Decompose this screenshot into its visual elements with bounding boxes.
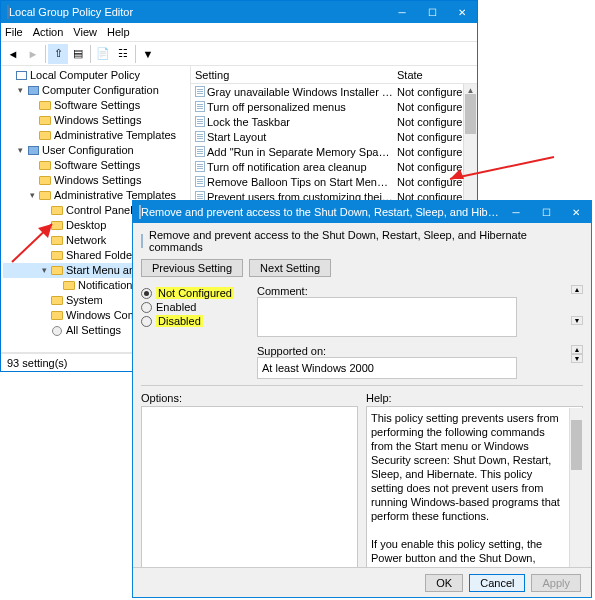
tree-item[interactable]: Windows Settings	[3, 173, 190, 188]
menu-file[interactable]: File	[5, 26, 23, 38]
list-row[interactable]: Add "Run in Separate Memory Space" check…	[191, 144, 477, 159]
radio-not-configured[interactable]: Not Configured	[141, 287, 251, 299]
up-button[interactable]: ⇧	[48, 44, 68, 64]
comp-icon	[26, 145, 40, 157]
tree-item-label: System	[66, 293, 103, 308]
dialog-minimize-button[interactable]: ─	[501, 201, 531, 223]
tree-item-label: Administrative Templates	[54, 128, 176, 143]
setting-name: Turn off notification area cleanup	[207, 161, 397, 173]
spin-down-icon[interactable]: ▼	[571, 316, 583, 325]
tree-item-label: Software Settings	[54, 158, 140, 173]
close-button[interactable]: ✕	[447, 1, 477, 23]
help-label: Help:	[366, 392, 583, 404]
ok-button[interactable]: OK	[425, 574, 463, 592]
options-box	[141, 406, 358, 584]
expand-icon[interactable]: ▾	[39, 263, 50, 278]
menubar: File Action View Help	[1, 23, 477, 42]
help-scrollbar[interactable]	[569, 408, 583, 584]
scroll-thumb[interactable]	[465, 94, 476, 134]
maximize-button[interactable]: ☐	[417, 1, 447, 23]
scroll-thumb[interactable]	[571, 420, 582, 470]
menu-action[interactable]: Action	[33, 26, 64, 38]
nav-forward-button[interactable]: ►	[23, 44, 43, 64]
policy-name: Remove and prevent access to the Shut Do…	[149, 229, 583, 253]
expand-icon[interactable]: ▾	[27, 188, 38, 203]
previous-setting-button[interactable]: Previous Setting	[141, 259, 243, 277]
tree-item[interactable]: Administrative Templates	[3, 128, 190, 143]
dialog-maximize-button[interactable]: ☐	[531, 201, 561, 223]
tree-item[interactable]: Local Computer Policy	[3, 68, 190, 83]
list-row[interactable]: Lock the TaskbarNot configured	[191, 114, 477, 129]
help-box[interactable]: This policy setting prevents users from …	[366, 406, 583, 584]
setting-icon	[193, 101, 207, 112]
list-row[interactable]: Turn off notification area cleanupNot co…	[191, 159, 477, 174]
setting-icon	[193, 161, 207, 172]
filter-button[interactable]: ▼	[138, 44, 158, 64]
list-row[interactable]: Remove Balloon Tips on Start Menu itemsN…	[191, 174, 477, 189]
menu-help[interactable]: Help	[107, 26, 130, 38]
apply-button[interactable]: Apply	[531, 574, 581, 592]
col-setting[interactable]: Setting	[191, 69, 397, 81]
setting-name: Gray unavailable Windows Installer progr…	[207, 86, 397, 98]
radio-dot-icon	[141, 288, 152, 299]
menu-view[interactable]: View	[73, 26, 97, 38]
toolbar: ◄ ► ⇧ ▤ 📄 ☷ ▼	[1, 42, 477, 66]
setting-name: Lock the Taskbar	[207, 116, 397, 128]
tree-item-label: Windows Settings	[54, 173, 141, 188]
comment-field[interactable]	[257, 297, 517, 337]
window-title: Local Group Policy Editor	[9, 6, 133, 18]
radio-label: Enabled	[156, 301, 196, 313]
status-text: 93 setting(s)	[7, 357, 68, 369]
tree-item-label: Computer Configuration	[42, 83, 159, 98]
tree-item-label: User Configuration	[42, 143, 134, 158]
nav-back-button[interactable]: ◄	[3, 44, 23, 64]
dialog-icon	[139, 206, 141, 218]
folder-icon	[62, 280, 76, 292]
cancel-button[interactable]: Cancel	[469, 574, 525, 592]
folder-icon	[50, 250, 64, 262]
folder-icon	[50, 265, 64, 277]
radio-disabled[interactable]: Disabled	[141, 315, 251, 327]
titlebar[interactable]: Local Group Policy Editor ─ ☐ ✕	[1, 1, 477, 23]
policy-icon	[141, 235, 143, 247]
setting-icon	[193, 86, 207, 97]
spin-up-icon[interactable]: ▲	[571, 345, 583, 354]
tree-item[interactable]: ▾User Configuration	[3, 143, 190, 158]
expand-icon[interactable]: ▾	[15, 83, 26, 98]
export-list-button[interactable]: 📄	[93, 44, 113, 64]
options-label: Options:	[141, 392, 358, 404]
pc-icon	[14, 70, 28, 82]
list-row[interactable]: Turn off personalized menusNot configure…	[191, 99, 477, 114]
list-row[interactable]: Start LayoutNot configured	[191, 129, 477, 144]
comp-icon	[26, 85, 40, 97]
list-row[interactable]: Gray unavailable Windows Installer progr…	[191, 84, 477, 99]
list-header[interactable]: Setting State	[191, 66, 477, 84]
tree-item-label: Control Panel	[66, 203, 133, 218]
properties-button[interactable]: ☷	[113, 44, 133, 64]
dialog-close-button[interactable]: ✕	[561, 201, 591, 223]
minimize-button[interactable]: ─	[387, 1, 417, 23]
expand-icon[interactable]: ▾	[15, 143, 26, 158]
radio-enabled[interactable]: Enabled	[141, 301, 251, 313]
tree-item-label: Network	[66, 233, 106, 248]
spin-up-icon[interactable]: ▲	[571, 285, 583, 294]
tree-item-label: Local Computer Policy	[30, 68, 140, 83]
tree-item[interactable]: Software Settings	[3, 98, 190, 113]
next-setting-button[interactable]: Next Setting	[249, 259, 331, 277]
dialog-footer: OK Cancel Apply	[133, 567, 591, 597]
tree-item[interactable]: ▾Computer Configuration	[3, 83, 190, 98]
dialog-title: Remove and prevent access to the Shut Do…	[141, 206, 501, 218]
tree-item-label: All Settings	[66, 323, 121, 338]
dialog-titlebar[interactable]: Remove and prevent access to the Shut Do…	[133, 201, 591, 223]
show-hide-tree-button[interactable]: ▤	[68, 44, 88, 64]
radio-label: Not Configured	[156, 287, 234, 299]
setting-icon	[193, 176, 207, 187]
tree-item[interactable]: Windows Settings	[3, 113, 190, 128]
setting-name: Remove Balloon Tips on Start Menu items	[207, 176, 397, 188]
tree-item[interactable]: Software Settings	[3, 158, 190, 173]
col-state[interactable]: State	[397, 69, 477, 81]
setting-name: Turn off personalized menus	[207, 101, 397, 113]
radio-dot-icon	[141, 302, 152, 313]
tree-item-label: Desktop	[66, 218, 106, 233]
spin-down-icon[interactable]: ▼	[571, 354, 583, 363]
